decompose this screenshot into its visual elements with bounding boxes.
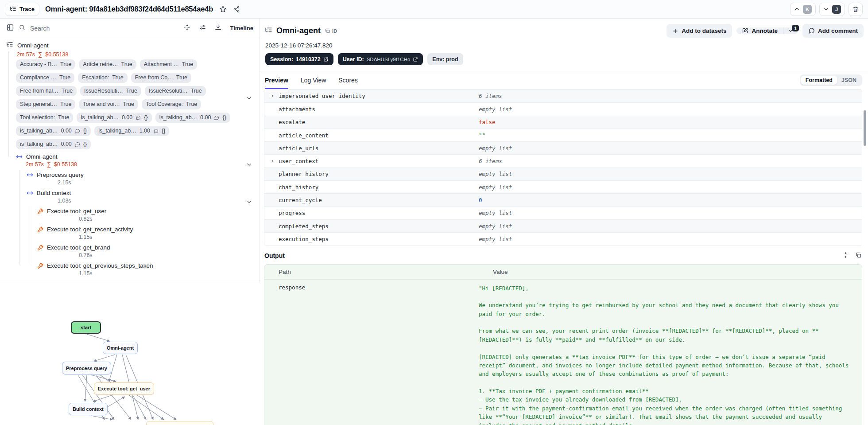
score-badge[interactable]: Tone and voi…True: [79, 99, 138, 109]
next-trace-button[interactable]: J: [819, 3, 845, 16]
score-badge[interactable]: is_talking_ab…0.00{}: [155, 113, 230, 123]
tree-span-preprocess-query[interactable]: Preprocess query2.15s: [5, 172, 254, 186]
score-badge[interactable]: Tool selection:True: [16, 113, 73, 123]
copy-icon[interactable]: [855, 252, 862, 260]
score-badge[interactable]: Compliance …True: [16, 73, 74, 83]
score-value: 0.00: [122, 114, 132, 121]
download-icon[interactable]: [214, 23, 222, 33]
kv-row-user_context[interactable]: ›user_context6 items: [264, 154, 862, 167]
score-value: True: [186, 101, 197, 108]
tree-span-omni-agent[interactable]: Omni-agent2m 57s∑$0.55138: [5, 153, 254, 168]
graph-node--start-[interactable]: __start__: [71, 321, 101, 334]
kv-key: attachments: [264, 106, 479, 113]
score-badge[interactable]: Attachment …True: [140, 59, 197, 70]
external-link-icon: [323, 57, 329, 62]
score-badge[interactable]: Free from hal…True: [16, 86, 77, 96]
output-col-path: Path: [264, 269, 479, 275]
score-badge[interactable]: Accuracy - R…True: [16, 59, 75, 70]
sigma-cost-icon: ∑: [38, 51, 42, 58]
score-badge[interactable]: Escalation:True: [78, 73, 127, 83]
collapse-all-icon[interactable]: [183, 23, 191, 33]
comment-bubble-icon: [75, 129, 80, 134]
chevron-down-icon[interactable]: [246, 95, 252, 103]
graph-node-execute-tool-get-user[interactable]: Execute tool: get_user: [94, 382, 154, 395]
tree-span-build-context[interactable]: Build context1.03s: [5, 190, 254, 204]
span-name: Execute tool: get_previous_steps_taken: [47, 262, 153, 269]
kv-row-chat_history: chat_historyempty list: [264, 180, 862, 193]
kv-key: chat_history: [264, 184, 479, 191]
graph-node-clipped[interactable]: [146, 421, 213, 425]
tree-span-execute-tool-get-brand[interactable]: Execute tool: get_brand0.76s: [5, 244, 254, 258]
span-duration: 0.76s: [79, 252, 254, 258]
tree-guide-line: [8, 51, 9, 157]
graph-node-build-context[interactable]: Build context: [69, 403, 108, 415]
score-extra: {}: [222, 114, 226, 121]
score-extra: {}: [83, 128, 87, 134]
plus-icon: [672, 28, 678, 34]
score-badge[interactable]: is_talking_ab…0.00{}: [16, 126, 91, 136]
graph-node-omni-agent[interactable]: Omni-agent: [103, 342, 138, 354]
tab-preview[interactable]: Preview: [265, 71, 288, 89]
comment-bubble-icon: [75, 142, 80, 147]
wrench-tool-icon: [37, 245, 43, 251]
kv-key: completed_steps: [264, 223, 479, 230]
chevron-right-icon[interactable]: ›: [271, 92, 274, 99]
user-id-badge[interactable]: User ID: SDAHUSLy9f1CHo: [338, 53, 423, 65]
tab-log-view[interactable]: Log View: [301, 71, 326, 89]
score-badge[interactable]: is_talking_ab…0.00{}: [77, 113, 151, 123]
score-value: True: [59, 74, 70, 81]
prev-trace-button[interactable]: K: [790, 3, 816, 16]
score-badge[interactable]: IssueResoluti…True: [145, 86, 206, 96]
observation-title: Omni-agent: [276, 26, 321, 35]
score-badge[interactable]: Step generat…True: [16, 99, 75, 109]
format-option-formatted[interactable]: Formatted: [801, 76, 837, 85]
kv-row-impersonated_user_identity[interactable]: ›impersonated_user_identity6 items: [264, 90, 862, 102]
score-name: Free from Co…: [135, 74, 173, 81]
chevron-right-icon[interactable]: ›: [271, 157, 274, 164]
score-value: True: [112, 74, 123, 81]
settings-sliders-icon[interactable]: [199, 23, 206, 33]
output-response-row[interactable]: response "Hi [REDACTED], We understand y…: [264, 280, 862, 425]
trace-breadcrumb[interactable]: Trace: [5, 3, 39, 16]
score-badge[interactable]: is_talking_ab…1.00{}: [94, 126, 169, 136]
kv-row-execution_steps: execution_stepsempty list: [264, 232, 862, 245]
score-name: Article retrie…: [83, 61, 118, 68]
score-badge[interactable]: is_talking_ab…0.00{}: [16, 139, 91, 149]
scrollbar-thumb[interactable]: [864, 110, 866, 146]
score-badge[interactable]: Tool Coverage:True: [142, 99, 201, 109]
output-path: response: [264, 284, 479, 425]
copy-id-chip[interactable]: ID: [325, 28, 337, 34]
score-badge[interactable]: IssueResoluti…True: [80, 86, 141, 96]
tree-span-execute-tool-get-previous-steps-taken[interactable]: Execute tool: get_previous_steps_taken1.…: [5, 262, 254, 277]
cost: $0.55138: [45, 51, 68, 58]
timeline-toggle[interactable]: Timeline: [230, 25, 253, 31]
add-to-datasets-button[interactable]: Add to datasets: [666, 24, 732, 38]
score-badge[interactable]: Free from Co…True: [131, 73, 191, 83]
share-icon[interactable]: [233, 6, 240, 13]
kv-value: 6 items: [479, 158, 862, 164]
tree-root-omni-agent[interactable]: Omni-agent: [5, 41, 254, 50]
collapse-panel-icon[interactable]: [6, 23, 14, 33]
annotate-dropdown-caret[interactable]: 1: [783, 27, 798, 34]
graph-node-preprocess-query[interactable]: Preprocess query: [62, 362, 111, 374]
tab-scores[interactable]: Scores: [338, 71, 358, 89]
delete-trace-button[interactable]: [849, 3, 863, 16]
tree-span-execute-tool-get-recent-activity[interactable]: Execute tool: get_recent_activity1.15s: [5, 226, 254, 240]
comment-bubble-icon: [214, 115, 219, 121]
add-comment-button[interactable]: Add comment: [802, 24, 864, 38]
kv-key: current_cycle: [264, 197, 479, 203]
span-name: Omni-agent: [26, 153, 58, 160]
expand-vertical-icon[interactable]: [842, 252, 849, 260]
tree-span-execute-tool-get-user[interactable]: Execute tool: get_user0.82s: [5, 208, 254, 222]
format-option-json[interactable]: JSON: [837, 76, 861, 85]
kv-row-attachments: attachmentsempty list: [264, 102, 862, 115]
span-arrows-icon: [27, 190, 33, 196]
score-value: 0.00: [200, 114, 211, 121]
span-duration: 0.82s: [79, 216, 254, 222]
search-input[interactable]: [30, 25, 114, 32]
bookmark-star-icon[interactable]: [219, 5, 227, 13]
shortcut-j-badge: J: [832, 5, 841, 14]
annotate-button[interactable]: Annotate: [736, 27, 783, 34]
session-badge[interactable]: Session: 14910372: [265, 53, 333, 65]
score-badge[interactable]: Article retrie…True: [79, 59, 136, 70]
